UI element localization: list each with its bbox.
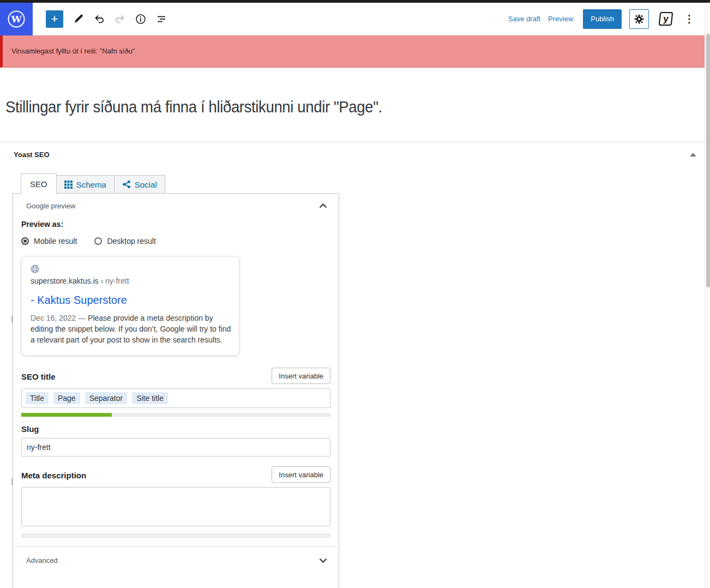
google-snippet-preview-card[interactable]: superstore.kaktus.is › ny-frett - Kaktus… [21, 256, 239, 356]
seo-title-progress-bar [21, 413, 330, 417]
radio-unselected-icon [94, 237, 102, 245]
redo-button[interactable] [110, 9, 130, 29]
list-view-icon [155, 13, 167, 25]
scrollbar-thumb[interactable] [706, 34, 710, 287]
seo-title-label: SEO title [21, 372, 56, 384]
seo-title-progress-fill [21, 413, 112, 417]
snippet-url: superstore.kaktus.is › ny-frett [31, 277, 230, 285]
yoast-tabs: SEO Schema [21, 173, 165, 193]
site-favicon-globe-icon [31, 265, 230, 273]
redo-icon [114, 13, 126, 25]
notice-text: Vinsamlegast fylltu út í reiti: "Nafn sí… [11, 47, 135, 55]
list-view-button[interactable] [152, 9, 171, 29]
variable-tag-page[interactable]: Page [53, 392, 80, 404]
wordpress-logo-button[interactable]: W [0, 3, 33, 35]
radio-mobile-result[interactable]: Mobile result [21, 237, 77, 245]
yoast-logo-icon: y [659, 12, 673, 26]
meta-description-row: Meta description Insert variable [21, 466, 330, 483]
snippet-dash: — [78, 314, 86, 322]
yoast-panel-collapse-button[interactable] [685, 147, 701, 161]
google-preview-toggle[interactable]: Google preview [21, 194, 330, 215]
wordpress-editor-page: W + [0, 0, 710, 588]
variable-tag-separator[interactable]: Separator [85, 392, 127, 404]
toolbar-left-tools: + [46, 9, 171, 29]
undo-icon [93, 13, 105, 25]
tab-social[interactable]: Social [114, 175, 165, 193]
share-icon [122, 180, 131, 189]
snippet-description: Dec 16, 2022 — Please provide a meta des… [31, 313, 232, 345]
options-menu-button[interactable]: ⋮ [683, 9, 696, 29]
radio-desktop-result[interactable]: Desktop result [94, 237, 155, 245]
validation-error-notice: Vinsamlegast fylltu út í reiti: "Nafn sí… [0, 35, 705, 68]
tools-pencil-button[interactable] [69, 9, 88, 29]
paragraph-block[interactable]: Stillingar fyrir síðuna má finna í hliða… [5, 95, 524, 119]
editor-toolbar: W + [0, 3, 705, 35]
gear-icon [634, 14, 645, 25]
publish-button[interactable]: Publish [583, 9, 622, 29]
save-draft-button[interactable]: Save draft [508, 15, 540, 23]
triangle-up-icon [690, 153, 696, 157]
pencil-icon [73, 13, 85, 25]
tab-schema-label: Schema [76, 180, 106, 189]
yoast-panel-title: Yoast SEO [14, 151, 50, 159]
tab-social-label: Social [135, 180, 157, 189]
chevron-down-icon [319, 558, 327, 563]
wordpress-logo-icon: W [7, 9, 26, 29]
meta-description-input[interactable] [21, 487, 330, 526]
insert-variable-button-meta[interactable]: Insert variable [272, 466, 330, 483]
snippet-date: Dec 16, 2022 [31, 314, 76, 322]
meta-description-label: Meta description [21, 471, 86, 483]
variable-tag-site-title[interactable]: Site title [132, 392, 168, 404]
google-preview-section: Google preview Preview as: Mobile result… [13, 194, 339, 547]
snippet-title: - Kaktus Superstore [31, 293, 230, 307]
slug-input[interactable] [21, 438, 330, 457]
content-divider [0, 142, 705, 142]
preview-button[interactable]: Preview [548, 15, 573, 23]
seo-title-row: SEO title Insert variable [21, 368, 330, 384]
undo-button[interactable] [89, 9, 109, 29]
snippet-path: ny-frett [105, 277, 129, 285]
svg-text:W: W [10, 14, 22, 25]
variable-tag-title[interactable]: Title [26, 392, 49, 404]
tab-schema[interactable]: Schema [56, 175, 115, 193]
yoast-seo-panel: Google preview Preview as: Mobile result… [13, 193, 339, 588]
add-block-button[interactable]: + [46, 10, 63, 28]
info-icon [135, 13, 147, 25]
advanced-section-toggle[interactable]: Advanced [13, 547, 339, 574]
tab-seo[interactable]: SEO [21, 173, 57, 194]
meta-description-progress-bar [21, 533, 330, 538]
insert-variable-button-title[interactable]: Insert variable [272, 368, 330, 384]
radio-desktop-label: Desktop result [107, 237, 155, 245]
snippet-breadcrumb-separator: › [100, 277, 103, 285]
preview-mode-radios: Mobile result Desktop result [21, 237, 330, 245]
chevron-up-icon [319, 203, 327, 208]
snippet-domain: superstore.kaktus.is [31, 277, 99, 285]
yoast-sidebar-button[interactable]: y [657, 9, 675, 29]
slug-label: Slug [21, 424, 330, 434]
settings-gear-button[interactable] [629, 9, 649, 29]
scrollbar[interactable] [705, 3, 710, 588]
radio-mobile-label: Mobile result [34, 237, 77, 245]
details-info-button[interactable] [131, 9, 151, 29]
toolbar-right-tools: Save draft Preview Publish [508, 9, 705, 29]
tab-seo-label: SEO [30, 179, 47, 189]
advanced-label: Advanced [26, 556, 58, 565]
schema-grid-icon [64, 181, 73, 189]
preview-as-label: Preview as: [21, 220, 330, 229]
google-preview-label: Google preview [26, 202, 75, 210]
radio-selected-icon [21, 237, 29, 245]
seo-title-input[interactable]: Title Page Separator Site title [21, 388, 330, 408]
